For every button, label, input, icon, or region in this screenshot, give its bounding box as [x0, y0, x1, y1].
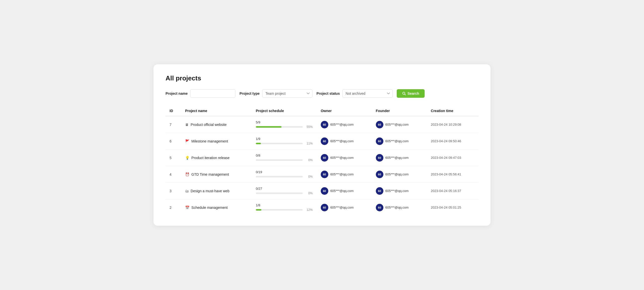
- founder-email: 605***@qq.com: [385, 172, 409, 176]
- cell-project-name: 📅 Schedule management: [181, 199, 252, 216]
- founder-email: 605***@qq.com: [385, 206, 409, 209]
- project-type-select[interactable]: Team project Personal project: [262, 89, 312, 98]
- cell-founder: 60 605***@qq.com: [372, 166, 427, 183]
- progress-percent: 11%: [305, 142, 313, 145]
- owner-email: 605***@qq.com: [330, 123, 354, 126]
- cell-project-name: 🖥 Product official website: [181, 116, 252, 133]
- project-type-filter-group: Project type Team project Personal proje…: [239, 89, 312, 98]
- cell-creation-time: 2023-04-24 10:29:08: [427, 116, 478, 133]
- cell-founder: 60 605***@qq.com: [372, 150, 427, 166]
- cell-founder: 60 605***@qq.com: [372, 183, 427, 199]
- project-status-filter-group: Project status Not archived Archived All: [316, 89, 393, 98]
- cell-project-name: ⏰ GTD Time management: [181, 166, 252, 183]
- owner-email: 605***@qq.com: [330, 139, 354, 143]
- progress-fraction: 0/19: [256, 170, 313, 174]
- table-row: 7 🖥 Product official website 5/9 55% 60: [166, 116, 478, 133]
- cell-owner: 60 605***@qq.com: [317, 199, 372, 216]
- founder-avatar: 60: [376, 187, 383, 195]
- cell-id: 5: [166, 150, 181, 166]
- founder-email: 605***@qq.com: [385, 139, 409, 143]
- progress-percent: 12%: [305, 208, 313, 212]
- cell-schedule: 0/19 0%: [252, 166, 317, 183]
- cell-creation-time: 2023-04-24 09:50:46: [427, 133, 478, 150]
- cell-creation-time: 2023-04-24 05:01:25: [427, 199, 478, 216]
- col-id: ID: [166, 106, 181, 116]
- cell-schedule: 1/8 12%: [252, 199, 317, 216]
- founder-email: 605***@qq.com: [385, 189, 409, 193]
- progress-bar-bg: [256, 209, 303, 211]
- cell-id: 7: [166, 116, 181, 133]
- svg-line-1: [405, 94, 406, 95]
- search-button[interactable]: Search: [397, 89, 425, 98]
- project-icon: 💡: [185, 156, 189, 160]
- project-name-filter-group: Project name: [166, 89, 235, 98]
- search-icon: [402, 92, 406, 95]
- project-name-text: Schedule management: [191, 206, 228, 210]
- cell-project-name: 🚩 Milestone management: [181, 133, 252, 150]
- cell-schedule: 1/9 11%: [252, 133, 317, 150]
- progress-percent: 0%: [305, 175, 313, 178]
- cell-project-name: 💡 Product iteration release: [181, 150, 252, 166]
- col-owner: Owner: [317, 106, 372, 116]
- project-icon: 📅: [185, 206, 189, 210]
- project-icon: 🗂: [185, 189, 189, 193]
- cell-creation-time: 2023-04-24 05:16:37: [427, 183, 478, 199]
- progress-bar-bg: [256, 143, 303, 144]
- project-name-label: Project name: [166, 91, 188, 95]
- projects-table: ID Project name Project schedule Owner F…: [166, 106, 478, 216]
- owner-avatar: 60: [321, 204, 328, 211]
- project-name-text: Product iteration release: [191, 156, 230, 160]
- project-name-text: GTD Time management: [191, 172, 229, 176]
- project-status-select[interactable]: Not archived Archived All: [342, 89, 393, 98]
- table-row: 5 💡 Product iteration release 0/8 0% 60: [166, 150, 478, 166]
- cell-project-name: 🗂 Design a must-have web: [181, 183, 252, 199]
- owner-email: 605***@qq.com: [330, 172, 354, 176]
- table-body: 7 🖥 Product official website 5/9 55% 60: [166, 116, 478, 216]
- progress-bar-bg: [256, 126, 303, 128]
- owner-avatar: 60: [321, 154, 328, 162]
- table-header: ID Project name Project schedule Owner F…: [166, 106, 478, 116]
- cell-creation-time: 2023-04-24 09:47:03: [427, 150, 478, 166]
- projects-card: All projects Project name Project type T…: [153, 64, 491, 226]
- founder-avatar: 60: [376, 154, 383, 162]
- progress-fraction: 0/8: [256, 154, 313, 157]
- search-button-label: Search: [408, 91, 419, 95]
- progress-percent: 0%: [305, 191, 313, 195]
- project-status-label: Project status: [316, 91, 340, 95]
- cell-id: 6: [166, 133, 181, 150]
- progress-percent: 0%: [305, 158, 313, 162]
- founder-avatar: 60: [376, 121, 383, 128]
- project-name-text: Product official website: [191, 123, 227, 127]
- cell-id: 3: [166, 183, 181, 199]
- col-schedule: Project schedule: [252, 106, 317, 116]
- project-name-input[interactable]: [190, 89, 235, 98]
- owner-email: 605***@qq.com: [330, 206, 354, 209]
- progress-fraction: 0/27: [256, 187, 313, 190]
- owner-avatar: 60: [321, 171, 328, 178]
- owner-avatar: 60: [321, 121, 328, 128]
- progress-bar-fill: [256, 143, 261, 144]
- cell-owner: 60 605***@qq.com: [317, 183, 372, 199]
- cell-founder: 60 605***@qq.com: [372, 199, 427, 216]
- project-icon: 🚩: [185, 139, 189, 143]
- filter-bar: Project name Project type Team project P…: [166, 89, 478, 98]
- cell-schedule: 0/8 0%: [252, 150, 317, 166]
- founder-email: 605***@qq.com: [385, 156, 409, 160]
- cell-owner: 60 605***@qq.com: [317, 133, 372, 150]
- progress-bar-bg: [256, 176, 303, 177]
- progress-bar-fill: [256, 126, 281, 128]
- project-icon: ⏰: [185, 172, 189, 176]
- col-creation-time: Creation time: [427, 106, 478, 116]
- cell-owner: 60 605***@qq.com: [317, 166, 372, 183]
- table-row: 2 📅 Schedule management 1/8 12% 60 6: [166, 199, 478, 216]
- cell-schedule: 0/27 0%: [252, 183, 317, 199]
- founder-avatar: 60: [376, 137, 383, 145]
- progress-fraction: 1/8: [256, 203, 313, 207]
- owner-email: 605***@qq.com: [330, 189, 354, 193]
- cell-id: 4: [166, 166, 181, 183]
- project-type-label: Project type: [239, 91, 260, 95]
- table-row: 3 🗂 Design a must-have web 0/27 0% 60: [166, 183, 478, 199]
- cell-id: 2: [166, 199, 181, 216]
- col-project-name: Project name: [181, 106, 252, 116]
- project-icon: 🖥: [185, 123, 189, 127]
